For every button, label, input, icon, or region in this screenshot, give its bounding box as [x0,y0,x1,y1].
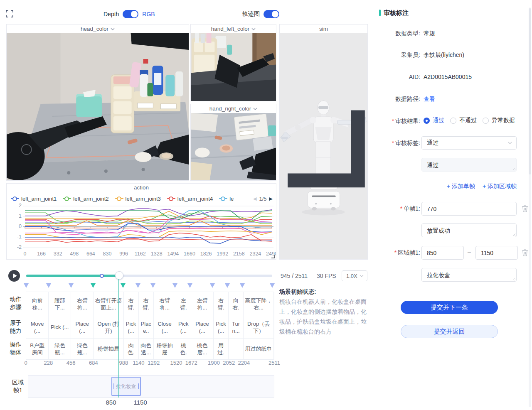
chevron-down-icon [508,142,512,144]
steps-table-cell-ability-0[interactable]: Move (... [26,316,49,339]
timeline-marker-456[interactable] [69,283,74,288]
region-frame-track[interactable]: 拉化妆盒 [28,375,274,398]
steps-table-cell-step-2[interactable]: 右臂将... [71,292,94,316]
legend-item-left_arm_joint1[interactable]: left_arm_joint1 [11,196,57,202]
single-frame-input[interactable] [421,202,517,216]
timeline-marker-228[interactable] [46,283,51,288]
timeline-marker-2204[interactable] [240,283,245,288]
steps-table-cell-step-0[interactable]: 向前移... [26,292,49,316]
region-start-input[interactable] [421,246,464,260]
steps-table-cell-object-9[interactable]: 用过. [214,339,229,359]
hand-right-camera-selector[interactable]: hand_right_color [191,104,276,113]
steps-table-cell-ability-6[interactable]: Close (... [154,316,176,339]
steps-table-cell-ability-9[interactable]: Pick (... [214,316,229,339]
region-segment[interactable]: 拉化妆盒 [111,377,141,396]
sim-panel: sim [279,24,368,260]
add-region-frame-link[interactable]: + 添加区域帧 [483,183,517,190]
steps-table-cell-object-7[interactable]: 桃色. [176,339,191,359]
steps-table-cell-object-1[interactable]: 绿色瓶... [49,339,71,359]
steps-table-cell-object-5[interactable]: 肉色透... [139,339,154,359]
scrollbar-thumb[interactable] [529,8,531,174]
resize-grip-icon[interactable] [512,167,515,170]
steps-table-cell-ability-10[interactable]: Turn... [229,316,244,339]
hand-left-camera-selector[interactable]: hand_left_color [191,25,276,33]
timeline-slider-handle[interactable] [115,271,123,280]
delete-region-frame-icon[interactable] [522,249,528,256]
submit-return-button[interactable]: 提交并返回 [401,325,498,338]
panel-scrollbar[interactable] [529,7,531,407]
steps-table-cell-ability-1[interactable]: Pick (... [49,316,71,339]
steps-table-cell-ability-2[interactable]: Place (... [71,316,94,339]
timeline-marker-1140[interactable] [135,283,140,288]
steps-table-cell-object-10[interactable] [229,339,244,359]
radio-option-异常数据[interactable]: 异常数据 [483,117,515,124]
steps-table-cell-ability-7[interactable]: Pick (... [176,316,191,339]
steps-table-cell-step-11[interactable]: 高度下降，右... [244,292,274,316]
steps-table-cell-ability-4[interactable]: Pick (... [124,316,139,339]
legend-item-left_arm_joint2[interactable]: left_arm_joint2 [63,196,108,202]
timeline-marker-1900[interactable] [210,283,215,288]
steps-table-cell-step-1[interactable]: 腰部下... [49,292,71,316]
resize-handle-icon[interactable] [280,33,367,258]
steps-table-cell-object-2[interactable]: 绿色瓶... [71,339,94,359]
steps-table-cell-object-8[interactable]: 桃色唇... [191,339,214,359]
steps-table-cell-object-11[interactable]: 用过的纸巾 [244,339,274,359]
steps-table-cell-object-6[interactable]: 粉饼抽屉 [154,339,176,359]
legend-prev-icon[interactable]: ◀ [253,196,256,201]
timeline-marker-1520[interactable] [172,283,177,288]
resize-handle-icon[interactable] [271,254,275,258]
steps-table-cell-step-8[interactable]: 左臂将... [191,292,214,316]
delete-single-frame-icon[interactable] [522,205,528,212]
timeline-marker-0[interactable] [24,283,29,288]
steps-table-cell-object-0[interactable]: B户型房间 [26,339,49,359]
steps-table-cell-ability-8[interactable]: Place (... [191,316,214,339]
steps-table-cell-step-4[interactable]: 右臂. [124,292,139,316]
steps-table-cell-step-6[interactable]: 右臂将... [154,292,176,316]
segment-left-handle[interactable] [113,383,114,389]
steps-table-cell-ability-11[interactable]: Drop（丢下） [244,316,274,339]
steps-table-cell-object-4[interactable]: 肉色. [124,339,139,359]
steps-table-cell-step-5[interactable]: 右臂. [139,292,154,316]
steps-table-cell-step-10[interactable]: 向右. [229,292,244,316]
steps-table-cell-ability-5[interactable]: Place.. [139,316,154,339]
steps-table-cell-step-7[interactable]: 左臂. [176,292,191,316]
region-note-textarea[interactable]: 拉化妆盒 [421,268,517,282]
trajectory-toggle[interactable] [264,10,279,18]
resize-grip-icon[interactable] [512,277,515,280]
review-tag-select[interactable]: 通过 [421,136,517,150]
x-tick-label: 0 [24,251,27,257]
legend-circle [117,196,121,201]
chart-title: action [7,184,276,191]
head-camera-selector[interactable]: head_color [7,25,189,33]
fullscreen-icon[interactable] [6,10,13,17]
playback-speed-select[interactable]: 1.0X [342,270,367,281]
resize-grip-icon[interactable] [512,232,515,236]
timeline-marker-2052[interactable] [225,283,230,288]
play-button[interactable] [8,270,20,282]
legend-page-number: 1/5 [259,196,266,202]
hand-left-camera-image [191,33,276,101]
radio-option-通过[interactable]: 通过 [424,117,444,124]
legend-next-icon[interactable]: ▶ [269,196,273,201]
review-tag-note-textarea[interactable]: 通过 [421,158,517,172]
timeline-marker-684[interactable] [91,283,96,288]
single-frame-note-textarea[interactable]: 放置成功 [421,223,517,237]
add-single-frame-link[interactable]: + 添加单帧 [447,183,475,190]
steps-table-cell-step-9[interactable]: 右臂. [214,292,229,316]
legend-item-le[interactable]: le [219,196,234,202]
legend-item-left_arm_joint4[interactable]: left_arm_joint4 [167,196,213,202]
legend-item-left_arm_joint3[interactable]: left_arm_joint3 [115,196,161,202]
segment-right-handle[interactable] [138,383,139,389]
chevron-down-icon [253,108,257,110]
timeline-marker-1672[interactable] [187,283,192,288]
radio-option-不通过[interactable]: 不通过 [450,117,477,124]
single-frame-marker-dot[interactable] [100,274,104,278]
data-path-view-link[interactable]: 查看 [424,96,435,103]
depth-rgb-toggle[interactable] [123,10,138,18]
region-end-input[interactable] [475,246,518,260]
timeline-marker-2511[interactable] [270,283,275,288]
legend-label: left_arm_joint4 [177,196,213,202]
timeline-marker-1292[interactable] [150,283,155,288]
timeline-marker-988[interactable] [121,283,126,288]
submit-next-button[interactable]: 提交并下一条 [401,301,498,314]
